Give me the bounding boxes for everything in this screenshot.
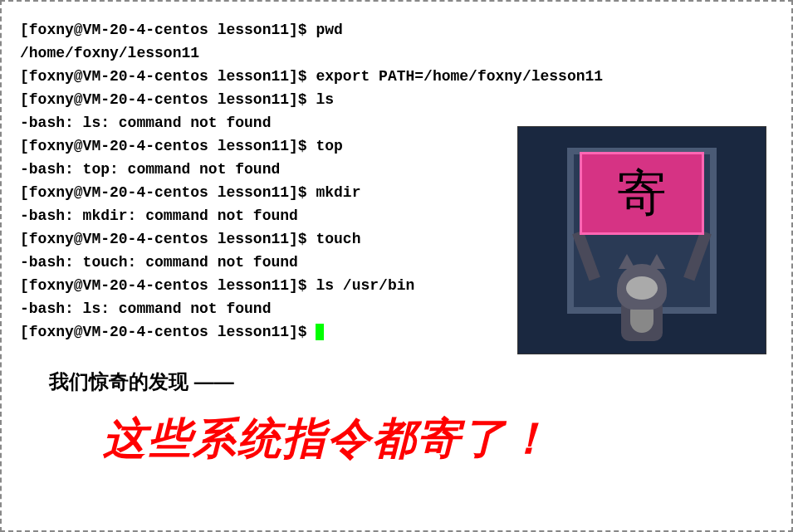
- cat-ear-right: [649, 254, 665, 269]
- command: ls /usr/bin: [316, 277, 414, 294]
- meme-sign-text: 寄: [617, 160, 667, 227]
- command: top: [316, 138, 342, 154]
- command: touch: [316, 231, 360, 247]
- output: -bash: mkdir: command not found: [20, 207, 298, 224]
- cat-head: [617, 264, 667, 310]
- terminal-cursor[interactable]: [316, 324, 324, 340]
- output: /home/foxny/lesson11: [20, 45, 199, 61]
- prompt: [foxny@VM-20-4-centos lesson11]$: [20, 68, 316, 85]
- commentary-line-1: 我们惊奇的发现 ——: [49, 368, 773, 395]
- prompt: [foxny@VM-20-4-centos lesson11]$: [20, 138, 316, 154]
- cat-ear-left: [619, 254, 635, 269]
- output: -bash: top: command not found: [20, 161, 280, 178]
- terminal-line: [foxny@VM-20-4-centos lesson11]$ ls: [20, 88, 773, 111]
- prompt: [foxny@VM-20-4-centos lesson11]$: [20, 277, 316, 294]
- output: -bash: ls: command not found: [20, 300, 271, 317]
- terminal-line: [foxny@VM-20-4-centos lesson11]$ pwd: [20, 18, 773, 41]
- prompt: [foxny@VM-20-4-centos lesson11]$: [20, 324, 316, 340]
- command: pwd: [316, 22, 342, 38]
- output: -bash: touch: command not found: [20, 254, 298, 271]
- prompt: [foxny@VM-20-4-centos lesson11]$: [20, 22, 316, 38]
- prompt: [foxny@VM-20-4-centos lesson11]$: [20, 184, 316, 201]
- terminal-line: /home/foxny/lesson11: [20, 41, 773, 65]
- commentary-line-2: 这些系统指令都寄了！: [103, 410, 773, 468]
- command: export PATH=/home/foxny/lesson11: [316, 68, 603, 85]
- terminal-line: [foxny@VM-20-4-centos lesson11]$ export …: [20, 65, 773, 88]
- meme-sign: 寄: [580, 152, 704, 235]
- command: ls: [316, 91, 334, 108]
- meme-image: 寄: [517, 126, 766, 354]
- prompt: [foxny@VM-20-4-centos lesson11]$: [20, 91, 316, 108]
- cat-face: [626, 276, 658, 300]
- prompt: [foxny@VM-20-4-centos lesson11]$: [20, 231, 316, 247]
- command: mkdir: [316, 184, 360, 201]
- output: -bash: ls: command not found: [20, 115, 271, 131]
